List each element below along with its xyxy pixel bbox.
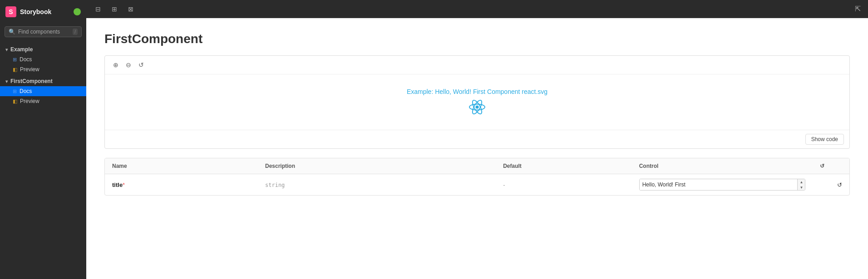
col-header-reset[interactable]: ↺ (813, 158, 849, 174)
content-area: FirstComponent ⊕ ⊖ ↺ Example: Hello, Wor… (86, 18, 868, 279)
show-code-wrap: Show code (105, 130, 849, 148)
story-icon-2: ◧ (13, 98, 17, 104)
sidebar-header: S Storybook (0, 0, 86, 24)
tree-group-firstcomponent-text: FirstComponent (10, 78, 53, 84)
chevron-down-icon: ▾ (5, 47, 8, 52)
tree-group-firstcomponent-items: ⊞ Docs ◧ Preview (0, 86, 86, 106)
storybook-logo: S (5, 6, 16, 17)
toolbar-right: ⇱ (853, 3, 863, 15)
col-header-name: Name (105, 158, 258, 174)
main-area: ⊟ ⊞ ⊠ ⇱ FirstComponent ⊕ ⊖ ↺ Example: He… (86, 0, 868, 279)
tree-group-example-label[interactable]: ▾ Example (0, 44, 86, 54)
tree-group-example: ▾ Example ⊞ Docs ◧ Preview (0, 44, 86, 75)
prop-default-cell: - (496, 174, 632, 196)
example-docs-label: Docs (20, 56, 32, 63)
chevron-down-icon-2: ▾ (5, 79, 8, 84)
tree-group-firstcomponent-label[interactable]: ▾ FirstComponent (0, 76, 86, 86)
zoom-out-btn[interactable]: ⊖ (123, 59, 134, 70)
col-header-description: Description (258, 158, 496, 174)
table-row: title* string - ▲ (105, 174, 849, 196)
docs-icon-2: ⊞ (13, 88, 17, 94)
control-input-field[interactable] (640, 179, 798, 190)
search-bar[interactable]: 🔍 Find components / (5, 26, 82, 37)
sidebar-tree: ▾ Example ⊞ Docs ◧ Preview ▾ FirstCompon… (0, 42, 86, 279)
first-docs-label: Docs (20, 88, 32, 94)
preview-box: ⊕ ⊖ ↺ Example: Hello, World! First Compo… (104, 55, 850, 149)
preview-example-text: Example: Hello, World! First Component r… (407, 88, 547, 95)
props-table-header-row: Name Description Default Control ↺ (105, 158, 849, 174)
sidebar-title: Storybook (20, 8, 51, 15)
search-placeholder-text: Find components (18, 29, 70, 35)
prop-required-marker: * (123, 182, 125, 188)
preview-content: Example: Hello, World! First Component r… (105, 74, 849, 130)
arrow-down-btn[interactable]: ▼ (798, 185, 805, 190)
props-table-head: Name Description Default Control ↺ (105, 158, 849, 174)
sidebar-item-first-preview[interactable]: ◧ Preview (0, 96, 86, 106)
show-code-button[interactable]: Show code (805, 134, 844, 145)
react-svg-icon (468, 98, 486, 116)
tree-group-firstcomponent: ▾ FirstComponent ⊞ Docs ◧ Preview (0, 75, 86, 107)
toolbar-panel-view-btn[interactable]: ⊠ (124, 3, 137, 15)
col-header-control: Control (632, 158, 813, 174)
sidebar-item-first-docs[interactable]: ⊞ Docs (0, 86, 86, 96)
props-table-wrap: Name Description Default Control ↺ title… (104, 158, 850, 196)
props-table-body: title* string - ▲ (105, 174, 849, 196)
first-preview-label: Preview (20, 98, 39, 104)
top-toolbar: ⊟ ⊞ ⊠ ⇱ (86, 0, 868, 18)
col-header-default: Default (496, 158, 632, 174)
prop-default-text: - (503, 181, 505, 188)
logo-letter: S (9, 8, 13, 15)
prop-name-text: title (112, 181, 123, 188)
control-arrows: ▲ ▼ (797, 179, 805, 190)
example-preview-label: Preview (20, 66, 39, 73)
props-table: Name Description Default Control ↺ title… (105, 158, 849, 195)
zoom-reset-btn[interactable]: ↺ (136, 59, 147, 70)
toolbar-settings-icon[interactable]: ⇱ (853, 3, 863, 15)
notification-badge[interactable] (74, 8, 81, 15)
prop-reset-cell[interactable]: ↺ (813, 174, 849, 196)
sidebar-item-example-docs[interactable]: ⊞ Docs (0, 54, 86, 64)
prop-name-cell: title* (105, 174, 258, 196)
prop-control-cell: ▲ ▼ (632, 174, 813, 196)
toolbar-grid-view-btn[interactable]: ⊞ (108, 3, 121, 15)
tree-group-example-text: Example (10, 46, 33, 53)
prop-type-text: string (265, 182, 285, 188)
search-shortcut: / (73, 29, 78, 35)
svg-point-0 (476, 106, 479, 109)
sidebar-item-example-preview[interactable]: ◧ Preview (0, 64, 86, 74)
story-icon: ◧ (13, 67, 17, 73)
prop-type-cell: string (258, 174, 496, 196)
component-title: FirstComponent (104, 32, 850, 46)
zoom-in-btn[interactable]: ⊕ (110, 59, 121, 70)
docs-icon: ⊞ (13, 57, 17, 63)
preview-toolbar: ⊕ ⊖ ↺ (105, 56, 849, 74)
control-input-wrap: ▲ ▼ (639, 179, 806, 191)
toolbar-single-view-btn[interactable]: ⊟ (92, 3, 104, 15)
arrow-up-btn[interactable]: ▲ (798, 179, 805, 185)
tree-group-example-items: ⊞ Docs ◧ Preview (0, 54, 86, 74)
search-icon: 🔍 (9, 29, 15, 35)
sidebar: S Storybook 🔍 Find components / ▾ Exampl… (0, 0, 86, 279)
